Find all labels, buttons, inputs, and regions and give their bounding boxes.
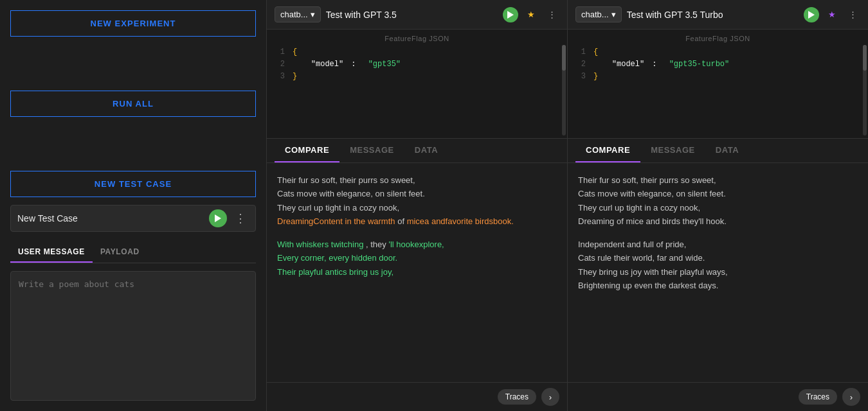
result-line: They bring us joy with their playful way…: [578, 265, 858, 279]
chevron-down-icon: ▾: [311, 10, 315, 19]
chevron-right-icon: ›: [850, 392, 853, 402]
run-all-button[interactable]: RUN ALL: [10, 91, 256, 117]
result-para-1: Their fur so soft, their purrs so sweet,…: [578, 173, 858, 229]
traces-button-gpt35-turbo[interactable]: Traces: [799, 389, 837, 405]
highlight-span: Their playful antics bring us joy,: [277, 267, 393, 277]
play-button-gpt35[interactable]: [503, 7, 518, 22]
tab-data-gpt35-turbo[interactable]: DATA: [705, 139, 749, 162]
json-line-1: 1 {: [575, 46, 860, 58]
line-num-3: 3: [275, 71, 285, 83]
json-scrollbar-gpt35-turbo: [863, 45, 867, 136]
test-case-menu-button[interactable]: ⋮: [232, 211, 249, 225]
result-line: Cats move with elegance, on silent feet.: [277, 187, 557, 200]
next-button-gpt35-turbo[interactable]: ›: [842, 388, 860, 406]
json-scrollbar-thumb-gpt35: [562, 45, 566, 71]
tab-compare-gpt35-turbo[interactable]: COMPARE: [575, 139, 640, 162]
result-para-2: Independent and full of pride, Cats rule…: [578, 238, 858, 293]
play-icon: [214, 214, 222, 222]
line-num-3: 3: [575, 71, 586, 83]
tab-message-gpt35[interactable]: MESSAGE: [339, 139, 404, 162]
highlight-span: DreamingContent in the warmth: [277, 216, 395, 226]
tab-user-message[interactable]: USER MESSAGE: [10, 242, 93, 263]
exp-header-gpt35: chatb... ▾ Test with GPT 3.5 ★ ⋮: [267, 0, 567, 30]
json-line-2: 2 "model" : "gpt35-turbo": [575, 58, 860, 71]
model-select-label: chatb...: [581, 10, 609, 19]
result-tabs-gpt35: COMPARE MESSAGE DATA: [267, 139, 567, 163]
result-content-gpt35: Their fur so soft, their purrs so sweet,…: [267, 163, 567, 382]
result-line: They curl up tight in a cozy nook,: [578, 201, 858, 214]
result-line: Independent and full of pride,: [578, 238, 858, 251]
json-scrollbar-thumb-gpt35-turbo: [863, 45, 867, 71]
new-experiment-button[interactable]: NEW EXPERIMENT: [10, 10, 256, 37]
svg-marker-2: [808, 11, 815, 19]
json-brace-open: {: [293, 46, 297, 58]
model-select-gpt35[interactable]: chatb... ▾: [275, 6, 321, 22]
result-para-1: Their fur so soft, their purrs so sweet,…: [277, 173, 557, 229]
test-case-play-button[interactable]: [209, 209, 227, 227]
json-brace-open: {: [593, 46, 598, 58]
result-para-2: With whiskers twitching , they 'll hooke…: [277, 238, 557, 279]
json-line-2: 2 "model" : "gpt35": [275, 58, 559, 71]
result-bottom-gpt35: Traces ›: [267, 382, 567, 411]
json-line-3: 3 }: [575, 71, 860, 83]
json-scrollbar-gpt35: [562, 45, 566, 136]
result-text: of: [397, 216, 406, 226]
user-message-input[interactable]: [10, 271, 256, 401]
result-tabs-gpt35-turbo: COMPARE MESSAGE DATA: [568, 139, 868, 163]
traces-button-gpt35[interactable]: Traces: [498, 389, 536, 405]
highlight-span: Every corner, every hidden door.: [277, 253, 397, 263]
tab-message-gpt35-turbo[interactable]: MESSAGE: [640, 139, 705, 162]
exp-title-gpt35: Test with GPT 3.5: [326, 10, 498, 20]
json-area-gpt35: FeatureFlag JSON 1 { 2 "model" : "gpt35"…: [267, 30, 567, 139]
json-code-gpt35: 1 { 2 "model" : "gpt35" 3 }: [275, 46, 559, 83]
experiment-panel-gpt35: chatb... ▾ Test with GPT 3.5 ★ ⋮ Feature…: [267, 0, 568, 411]
highlight-span: With whiskers twitching: [277, 240, 363, 249]
json-area-gpt35-turbo: FeatureFlag JSON 1 { 2 "model" : "gpt35-…: [568, 30, 868, 139]
play-icon: [808, 11, 815, 19]
tab-compare-gpt35[interactable]: COMPARE: [275, 139, 339, 162]
result-line: Brightening up even the darkest days.: [578, 279, 858, 292]
star-button-gpt35[interactable]: ★: [523, 7, 539, 22]
result-line: Cats rule their world, far and wide.: [578, 251, 858, 265]
more-menu-button-gpt35[interactable]: ⋮: [544, 7, 559, 22]
tab-data-gpt35[interactable]: DATA: [404, 139, 448, 162]
test-case-row: New Test Case ⋮: [10, 205, 256, 232]
more-menu-button-gpt35-turbo[interactable]: ⋮: [845, 7, 860, 22]
result-content-gpt35-turbo: Their fur so soft, their purrs so sweet,…: [568, 163, 868, 382]
model-select-label: chatb...: [280, 10, 308, 19]
chevron-right-icon: ›: [549, 392, 552, 402]
json-brace-close: }: [593, 71, 598, 83]
test-case-name: New Test Case: [17, 213, 204, 223]
json-label-gpt35: FeatureFlag JSON: [275, 35, 559, 42]
line-num-2: 2: [575, 58, 586, 71]
result-line: Their fur so soft, their purrs so sweet,: [578, 173, 858, 187]
main-content: chatb... ▾ Test with GPT 3.5 ★ ⋮ Feature…: [267, 0, 868, 411]
exp-header-gpt35-turbo: chatb... ▾ Test with GPT 3.5 Turbo ★ ⋮: [568, 0, 868, 30]
result-bottom-gpt35-turbo: Traces ›: [568, 382, 868, 411]
star-button-gpt35-turbo[interactable]: ★: [824, 7, 840, 22]
svg-marker-1: [507, 11, 514, 19]
result-line: They curl up tight in a cozy nook,: [277, 201, 557, 214]
tab-payload[interactable]: PAYLOAD: [93, 242, 147, 263]
play-icon: [507, 11, 514, 19]
json-brace-close: }: [293, 71, 297, 83]
result-line: With whiskers twitching , they 'll hooke…: [277, 238, 557, 251]
line-num-1: 1: [275, 46, 285, 58]
result-line: Cats move with elegance, on silent feet.: [578, 187, 858, 200]
left-panel: NEW EXPERIMENT RUN ALL NEW TEST CASE New…: [0, 0, 267, 411]
result-line: Their fur so soft, their purrs so sweet,: [277, 173, 557, 187]
json-code-gpt35-turbo: 1 { 2 "model" : "gpt35-turbo" 3 }: [575, 46, 860, 83]
result-line: Dreaming of mice and birds they'll hook.: [578, 214, 858, 228]
next-button-gpt35[interactable]: ›: [541, 388, 559, 406]
result-text: , they: [366, 240, 386, 249]
result-line: Every corner, every hidden door.: [277, 251, 557, 265]
json-label-gpt35-turbo: FeatureFlag JSON: [575, 35, 860, 42]
play-button-gpt35-turbo[interactable]: [804, 7, 819, 22]
new-test-case-button[interactable]: NEW TEST CASE: [10, 171, 256, 197]
model-select-gpt35-turbo[interactable]: chatb... ▾: [575, 6, 622, 22]
chevron-down-icon: ▾: [611, 10, 616, 19]
highlight-span: micea andfavorite birdsbook.: [407, 216, 514, 226]
svg-marker-0: [215, 214, 221, 222]
test-case-tabs: USER MESSAGE PAYLOAD: [10, 242, 256, 263]
line-num-1: 1: [575, 46, 586, 58]
